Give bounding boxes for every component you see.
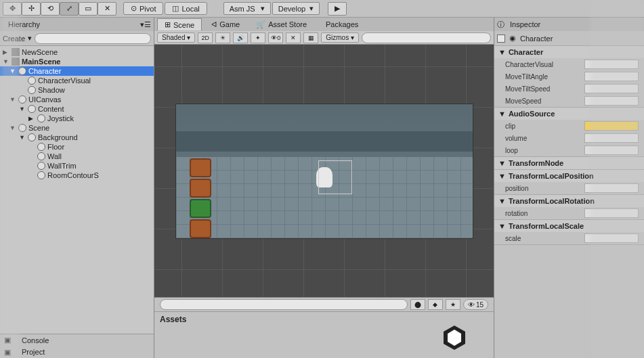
hierarchy-item[interactable]: WallTrim (0, 161, 154, 171)
hierarchy-item[interactable]: ▶NewScene (0, 47, 154, 57)
hierarchy-item[interactable]: RoomContourS (0, 171, 154, 180)
property-field[interactable] (584, 208, 639, 218)
property-field[interactable] (584, 84, 639, 93)
fold-arrow-icon[interactable]: ▼ (19, 134, 26, 141)
layer-count: 0 (277, 35, 280, 41)
component-header[interactable]: ▼AudioSource (494, 108, 644, 120)
pivot-toggle[interactable]: ⊙ Pivot (123, 2, 163, 15)
property-field[interactable] (584, 60, 639, 69)
component-header[interactable]: ▼TransformNode (494, 157, 644, 169)
scene-viewport[interactable] (154, 45, 494, 297)
hierarchy-item[interactable]: ▼MainScene (0, 57, 154, 66)
hierarchy-item[interactable]: ▼Content (0, 104, 154, 114)
tab-game[interactable]: ᐊGame (205, 19, 246, 30)
chevron-down-icon: ▾ (28, 34, 32, 43)
property-field[interactable] (584, 183, 639, 193)
fold-arrow-icon[interactable]: ▶ (3, 49, 9, 55)
play-button[interactable]: ▶ (328, 2, 347, 16)
hierarchy-tab[interactable]: Hierarchy (3, 19, 45, 30)
custom-tool[interactable]: ✕ (98, 2, 116, 16)
hand-tool[interactable]: ✥ (3, 2, 22, 16)
hierarchy-item[interactable]: CharacterVisual (0, 76, 154, 85)
hierarchy-item[interactable]: ▼Scene (0, 123, 154, 133)
view-2d-toggle[interactable]: 2D (198, 32, 213, 43)
fold-arrow-icon[interactable]: ▼ (9, 68, 16, 74)
gizmos-dropdown[interactable]: Gizmos ▾ (321, 32, 359, 43)
hierarchy-list: ▶NewScene▼MainScene▼CharacterCharacterVi… (0, 46, 154, 334)
create-dropdown[interactable]: Create (3, 35, 25, 43)
local-toggle[interactable]: ◫ Local (165, 2, 207, 15)
property-field[interactable] (584, 96, 639, 106)
rotate-tool[interactable]: ⟲ (41, 2, 60, 16)
move-tool[interactable]: ✢ (22, 2, 41, 16)
hierarchy-item[interactable]: ▼Character (0, 66, 154, 76)
hierarchy-item[interactable]: Floor (0, 142, 154, 152)
hierarchy-label: MainScene (22, 58, 60, 66)
build-dropdown[interactable]: Develop ▾ (272, 2, 320, 15)
rect-tool[interactable]: ▭ (79, 2, 98, 16)
gizmos-label: Gizmos (326, 34, 349, 41)
project-tab[interactable]: Project (16, 347, 50, 357)
fold-arrow-icon[interactable]: ▼ (19, 106, 26, 112)
fold-arrow-icon: ▼ (498, 110, 506, 118)
property-field[interactable] (584, 233, 639, 243)
hierarchy-item[interactable]: ▼Background (0, 133, 154, 142)
component-transformlocalrotation: ▼TransformLocalRotationrotation (494, 195, 644, 220)
hierarchy-label: RoomContourS (47, 171, 99, 179)
unity-logo-icon (441, 324, 468, 351)
fx-toggle[interactable]: ✦ (251, 32, 265, 43)
component-header[interactable]: ▼TransformLocalRotation (494, 195, 644, 207)
property-field[interactable] (584, 121, 639, 131)
hidden-counter[interactable]: 👁 15 (463, 299, 488, 310)
active-checkbox[interactable] (497, 35, 505, 43)
circle-icon (37, 114, 45, 122)
property-field[interactable] (584, 72, 639, 81)
label-icon[interactable]: ◆ (428, 299, 443, 310)
property-label: volume (505, 135, 584, 142)
component-header[interactable]: ▼Character (494, 46, 644, 58)
platform-dropdown[interactable]: Asm JS ▾ (223, 2, 271, 15)
hierarchy-label: Background (38, 133, 78, 141)
grid-toggle[interactable]: ▦ (303, 32, 318, 43)
tools-toggle[interactable]: ✕ (286, 32, 301, 43)
console-tab[interactable]: Console (16, 336, 54, 345)
filter-icon[interactable]: ⬤ (410, 299, 425, 310)
fold-arrow-icon[interactable]: ▼ (9, 125, 16, 131)
panel-menu-icon[interactable]: ▾☰ (140, 20, 151, 29)
layer-toggle[interactable]: 👁0 (268, 32, 283, 43)
component-header[interactable]: ▼TransformLocalScale (494, 220, 644, 232)
project-icon: ▣ (4, 348, 11, 357)
fold-arrow-icon[interactable]: ▶ (28, 115, 35, 122)
hierarchy-panel: Hierarchy ▾☰ Create ▾ ▶NewScene▼MainScen… (0, 18, 154, 358)
fold-arrow-icon[interactable]: ▼ (9, 96, 16, 103)
lighting-toggle[interactable]: ☀ (215, 32, 230, 43)
tab-asset-store[interactable]: 🛒Asset Store (249, 19, 314, 30)
property-field[interactable] (584, 146, 639, 155)
tab-packages[interactable]: Packages (316, 19, 365, 30)
save-icon[interactable]: ★ (446, 299, 460, 310)
scene-search[interactable] (362, 32, 491, 43)
hierarchy-item[interactable]: ▼UICanvas (0, 95, 154, 104)
shading-dropdown[interactable]: Shaded ▾ (157, 32, 195, 43)
crate (190, 199, 211, 218)
tab-scene[interactable]: ⊞Scene (157, 18, 202, 30)
component-header[interactable]: ▼TransformLocalPosition (494, 170, 644, 182)
cube-icon (12, 58, 20, 66)
hierarchy-label: Shadow (38, 86, 65, 94)
fold-arrow-icon[interactable]: ▼ (3, 58, 9, 65)
hierarchy-item[interactable]: ▶Joystick (0, 114, 154, 123)
scale-tool[interactable]: ⤢ (60, 2, 79, 16)
hierarchy-item[interactable]: Shadow (0, 85, 154, 95)
audio-toggle[interactable]: 🔊 (233, 32, 248, 43)
local-label: Local (181, 5, 199, 13)
property-field[interactable] (584, 133, 639, 143)
component-audiosource: ▼AudioSourceclipvolumeloop (494, 108, 644, 157)
inspector-icon: ⓘ (497, 20, 505, 30)
fold-arrow-icon: ▼ (498, 48, 506, 56)
assets-search[interactable] (160, 299, 408, 310)
hierarchy-item[interactable]: Wall (0, 152, 154, 161)
property-row: CharacterVisual (494, 58, 644, 70)
inspector-tab[interactable]: Inspector (505, 19, 546, 30)
hierarchy-search[interactable] (35, 33, 151, 44)
cube-icon (12, 48, 20, 56)
